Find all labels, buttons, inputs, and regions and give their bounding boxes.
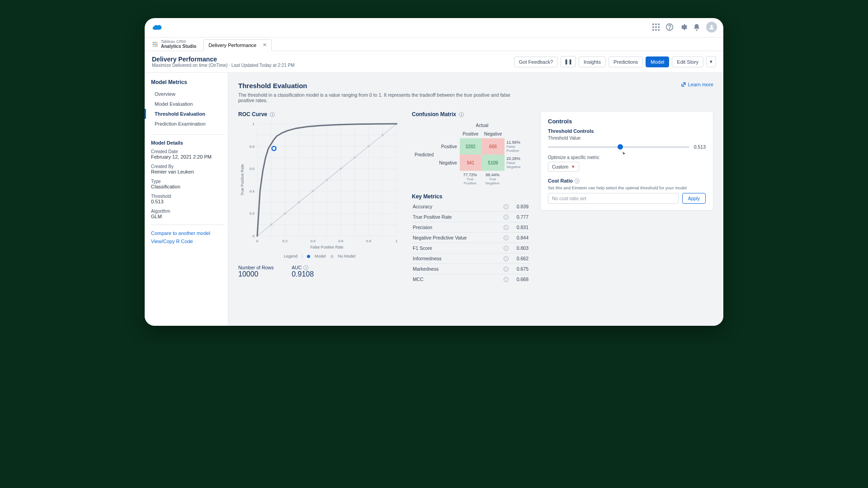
svg-point-65 — [354, 156, 356, 159]
compare-model-link[interactable]: Compare to another model — [151, 230, 228, 236]
roc-title: ROC Curve — [238, 111, 267, 117]
pause-button[interactable]: ❚❚ — [561, 56, 576, 67]
svg-text:1: 1 — [253, 122, 255, 126]
root-app-tab[interactable]: Tableau CRM Analytics Studio — [147, 38, 201, 51]
cursor-icon — [621, 150, 627, 158]
info-icon[interactable]: i — [575, 178, 580, 183]
got-feedback-button[interactable]: Got Feedback? — [514, 56, 558, 67]
svg-rect-6 — [652, 29, 654, 31]
app-launcher-icon[interactable] — [652, 23, 660, 31]
svg-text:0.6: 0.6 — [338, 239, 344, 243]
sidebar-item-overview[interactable]: Overview — [145, 89, 228, 99]
page-header: Delivery Performance Maximize Delivered … — [145, 51, 723, 73]
detail-threshold: 0.513 — [151, 199, 228, 204]
edit-story-button[interactable]: Edit Story — [672, 56, 703, 67]
info-icon[interactable]: i — [303, 265, 308, 270]
auc-label: AUC — [292, 265, 302, 270]
metric-row: Markednessi0.675 — [412, 263, 529, 274]
detail-created-date: February 12, 2021 2:20 PM — [151, 154, 228, 160]
sidebar-item-model-evaluation[interactable]: Model Evaluation — [145, 99, 228, 109]
notifications-bell-icon[interactable] — [693, 23, 701, 31]
threshold-value: 0.513 — [694, 144, 706, 150]
svg-rect-1 — [655, 23, 656, 25]
metric-row: MCCi0.668 — [412, 274, 529, 284]
svg-point-59 — [270, 224, 272, 226]
roc-section: ROC Curvei 000.20.20.40.40.60.60.80.811F… — [238, 111, 401, 278]
svg-point-62 — [312, 190, 314, 192]
metric-row: Precisioni0.831 — [412, 222, 529, 232]
global-header — [145, 18, 723, 38]
svg-point-60 — [284, 212, 286, 215]
more-actions-button[interactable]: ▾ — [706, 56, 716, 67]
user-avatar-icon[interactable] — [706, 22, 717, 33]
controls-title: Controls — [548, 118, 706, 125]
cm-fn: 668 — [481, 138, 505, 155]
metrics-section: Confusion Matrixi Actual PositiveNegativ… — [412, 111, 529, 284]
settings-gear-icon[interactable] — [679, 23, 687, 31]
info-icon[interactable]: i — [504, 256, 509, 261]
roc-legend: Legend Model No Model — [238, 254, 401, 258]
svg-text:0.4: 0.4 — [250, 189, 255, 193]
svg-text:True Positive Rate: True Positive Rate — [240, 164, 245, 196]
detail-created-by-label: Created By — [151, 164, 228, 169]
tab-delivery-performance[interactable]: Delivery Performance ✕ — [203, 39, 272, 51]
metric-row: Negative Predictive Valuei0.844 — [412, 232, 529, 243]
svg-point-63 — [326, 179, 328, 181]
cost-ratio-input[interactable]: No cost ratio set — [548, 193, 679, 204]
insights-button[interactable]: Insights — [579, 56, 606, 67]
detail-created-by: Reinier van Leuken — [151, 169, 228, 174]
svg-point-66 — [368, 145, 370, 147]
info-icon[interactable]: i — [504, 277, 509, 282]
app-frame: Tableau CRM Analytics Studio Delivery Pe… — [145, 18, 723, 326]
confusion-matrix: Actual PositiveNegative Predicted Positi… — [412, 121, 529, 187]
optimize-label: Optimize a specific metric — [548, 155, 706, 160]
svg-point-67 — [382, 134, 384, 136]
sidebar-item-threshold-evaluation[interactable]: Threshold Evaluation — [145, 109, 228, 119]
svg-point-13 — [155, 42, 156, 43]
detail-created-date-label: Created Date — [151, 149, 228, 154]
detail-type-label: Type — [151, 179, 228, 184]
svg-text:0: 0 — [253, 234, 255, 238]
model-button[interactable]: Model — [646, 56, 669, 67]
key-metrics-title: Key Metrics — [412, 193, 442, 200]
cost-ratio-heading: Cost Ratio — [548, 178, 573, 183]
info-icon[interactable]: i — [504, 246, 509, 251]
info-icon[interactable]: i — [270, 112, 275, 117]
svg-text:0.2: 0.2 — [250, 211, 255, 216]
info-icon[interactable]: i — [504, 225, 509, 230]
tab-label: Delivery Performance — [208, 42, 256, 48]
close-tab-icon[interactable]: ✕ — [263, 42, 267, 48]
optimize-metric-select[interactable]: Custom ▼ — [548, 162, 579, 172]
sidebar-item-prediction-examination[interactable]: Prediction Examination — [145, 119, 228, 129]
predictions-button[interactable]: Predictions — [609, 56, 643, 67]
detail-type: Classification — [151, 184, 228, 189]
svg-point-10 — [669, 28, 670, 29]
svg-rect-0 — [652, 23, 654, 25]
help-icon[interactable] — [665, 23, 674, 31]
svg-point-15 — [153, 44, 154, 45]
root-tab-line2: Analytics Studio — [161, 44, 196, 49]
slider-thumb-icon[interactable] — [618, 144, 623, 150]
info-icon[interactable]: i — [504, 235, 509, 240]
metric-row: True Positive Ratei0.777 — [412, 211, 529, 222]
info-icon[interactable]: i — [504, 267, 509, 272]
threshold-slider[interactable]: 0.513 — [548, 142, 706, 151]
svg-point-20 — [156, 46, 158, 47]
detail-threshold-label: Threshold — [151, 194, 228, 199]
info-icon[interactable]: i — [504, 215, 509, 220]
apply-button[interactable]: Apply — [682, 193, 706, 204]
controls-card: Controls Threshold Controls Threshold Va… — [540, 111, 713, 211]
view-r-code-link[interactable]: View/Copy R Code — [151, 239, 228, 244]
metric-row: F1 Scorei0.803 — [412, 243, 529, 253]
info-icon[interactable]: i — [504, 204, 509, 209]
main-content: Threshold Evaluation The threshold in a … — [228, 73, 723, 326]
cm-tp: 3282 — [460, 138, 481, 155]
svg-point-18 — [153, 46, 154, 47]
info-icon[interactable]: i — [459, 112, 464, 117]
svg-text:0.8: 0.8 — [250, 145, 255, 149]
detail-algorithm: GLM — [151, 214, 228, 219]
learn-more-link[interactable]: Learn more — [681, 82, 713, 87]
svg-rect-4 — [655, 26, 656, 28]
svg-text:False Positive Rate: False Positive Rate — [310, 245, 343, 249]
chevron-down-icon: ▼ — [571, 164, 575, 169]
